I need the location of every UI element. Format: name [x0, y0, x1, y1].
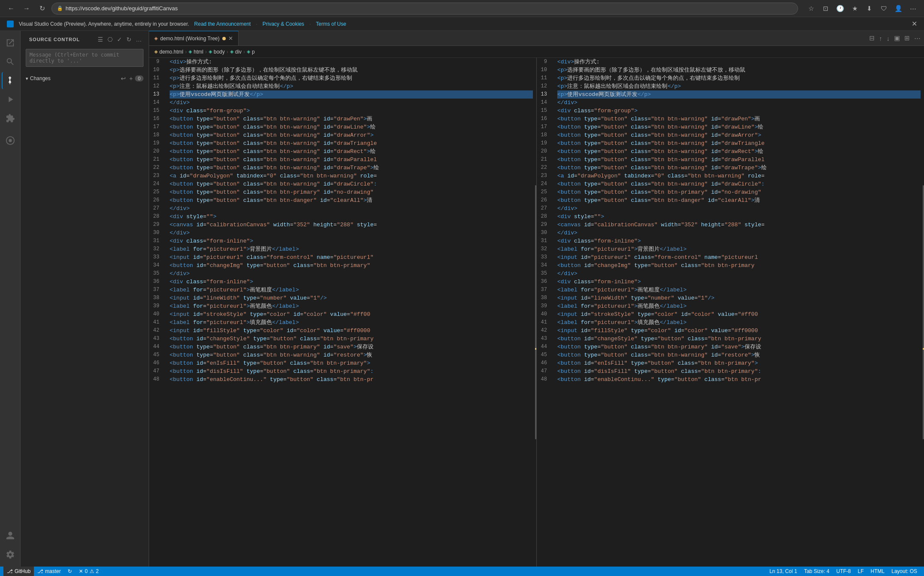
- code-area-left[interactable]: 9 10 11 12 13 14 15 16 17 18 19: [149, 58, 536, 567]
- notification-close-button[interactable]: ✕: [912, 20, 917, 28]
- reload-button[interactable]: ↻: [36, 3, 48, 15]
- breadcrumb-div-icon: ◈: [230, 49, 233, 54]
- more-options-icon[interactable]: ⋯: [907, 3, 919, 15]
- breadcrumb-sep-2: ›: [205, 49, 207, 55]
- vscode-container: SOURCE CONTROL ☰ ⎔ ✓ ↻ … ▾ Changes ↩: [0, 31, 924, 576]
- right-scrollbar[interactable]: [921, 58, 924, 567]
- activity-account[interactable]: [2, 527, 19, 544]
- code-area-right[interactable]: 9 10 11 12 13 14 15 16 17 18 19: [537, 58, 924, 567]
- rcode-line-22: <button type="button" class="btn btn-war…: [557, 164, 921, 172]
- split-pane-button[interactable]: ⊞: [903, 33, 912, 43]
- breadcrumb-item-p[interactable]: ◈ p: [247, 49, 255, 55]
- back-button[interactable]: ←: [5, 3, 17, 15]
- sidebar-refresh-button[interactable]: ↻: [125, 35, 133, 44]
- rln-16: 16: [537, 115, 550, 123]
- ln-41: 41: [149, 318, 163, 327]
- go-back-button[interactable]: ↑: [877, 34, 884, 43]
- go-forward-button[interactable]: ↓: [885, 34, 892, 43]
- status-layout[interactable]: Layout: OS: [888, 567, 921, 576]
- rcode-line-41: <label for="pictureurl">填充颜色</label>: [557, 318, 921, 327]
- code-line-11: <p>进行多边形绘制时，多次点击以确定每个角的点，右键结束多边形绘制: [170, 74, 533, 82]
- status-errors[interactable]: ✕ 0 ⚠ 2: [75, 567, 102, 576]
- activity-run[interactable]: [2, 91, 19, 108]
- rln-32: 32: [537, 245, 550, 253]
- activity-explorer[interactable]: [2, 34, 19, 51]
- read-announcement-link[interactable]: Read the Announcement: [194, 21, 251, 27]
- breadcrumb-item-html[interactable]: ◈ html: [188, 49, 203, 55]
- split-editor-button[interactable]: ⊟: [867, 33, 876, 43]
- profile-icon[interactable]: 👤: [892, 3, 904, 15]
- rcode-line-29: <canvas id="calibrationCanvas" width="35…: [557, 221, 921, 229]
- sidebar: SOURCE CONTROL ☰ ⎔ ✓ ↻ … ▾ Changes ↩: [21, 31, 149, 567]
- code-line-42: <input id="fillStyle" type="color" id="c…: [170, 327, 533, 335]
- changes-header[interactable]: ▾ Changes ↩ + 0: [21, 72, 149, 84]
- status-line-ending[interactable]: LF: [854, 567, 867, 576]
- rcode-line-44: <button type="button" class="btn btn-pri…: [557, 343, 921, 351]
- left-scrollbar[interactable]: [533, 58, 536, 567]
- sidebar-commit-button[interactable]: ✓: [115, 35, 124, 44]
- activity-remote[interactable]: [2, 132, 19, 149]
- downloads-icon[interactable]: ⬇: [863, 3, 875, 15]
- status-encoding[interactable]: UTF-8: [833, 567, 854, 576]
- sidebar-menu-button[interactable]: ☰: [96, 35, 105, 44]
- activity-extensions[interactable]: [2, 110, 19, 127]
- branch-icon: ⎇: [37, 568, 43, 574]
- rln-41: 41: [537, 318, 550, 327]
- rln-27: 27: [537, 204, 550, 213]
- rln-10: 10: [537, 66, 550, 74]
- breadcrumb-item-file[interactable]: ◈ demo.html: [154, 49, 183, 55]
- code-line-25: <button type="button" class="btn btn-pri…: [170, 188, 533, 196]
- rcode-line-19: <button type="button" class="btn btn-war…: [557, 139, 921, 147]
- ln-42: 42: [149, 327, 163, 335]
- reading-mode-icon[interactable]: ⊡: [819, 3, 831, 15]
- rcode-line-42: <input id="fillStyle" type="color" id="c…: [557, 327, 921, 335]
- code-line-18: <button type="button" class="btn btn-war…: [170, 131, 533, 139]
- breadcrumb-item-body[interactable]: ◈ body: [209, 49, 225, 55]
- tab-close-button[interactable]: ✕: [228, 36, 233, 41]
- warning-count: 2: [96, 568, 99, 574]
- sidebar-branch-button[interactable]: ⎔: [106, 35, 114, 44]
- activity-search[interactable]: [2, 53, 19, 70]
- favorites-icon[interactable]: ★: [849, 3, 861, 15]
- status-sync[interactable]: ↻: [64, 567, 75, 576]
- history-icon[interactable]: 🕐: [834, 3, 846, 15]
- forward-button[interactable]: →: [21, 3, 33, 15]
- rln-47: 47: [537, 367, 550, 375]
- activity-source-control[interactable]: [2, 72, 19, 89]
- code-lines-right: 9 10 11 12 13 14 15 16 17 18 19: [537, 58, 924, 567]
- more-actions-button[interactable]: ⋯: [912, 33, 922, 43]
- status-github[interactable]: ⎇ GitHub: [3, 567, 34, 576]
- discard-changes-button[interactable]: ↩: [120, 75, 127, 82]
- status-ln-col[interactable]: Ln 13, Col 1: [766, 567, 801, 576]
- activity-settings[interactable]: [2, 546, 19, 563]
- activity-bar: [0, 31, 21, 567]
- code-line-30: </div>: [170, 229, 533, 237]
- ln-11: 11: [149, 74, 163, 82]
- shield-icon[interactable]: 🛡: [878, 3, 890, 15]
- commit-message-input[interactable]: [26, 49, 144, 67]
- status-language[interactable]: HTML: [867, 567, 888, 576]
- code-content-right: <div>操作方式: <p>选择要画的图形（除了多边形），在绘制区域按住鼠标左键…: [554, 58, 921, 567]
- address-bar[interactable]: 🔒 https://vscode.dev/github/eguid/graffi…: [51, 3, 798, 15]
- toggle-minimap-button[interactable]: ▣: [892, 33, 902, 43]
- bookmark-star-icon[interactable]: ☆: [805, 3, 817, 15]
- tab-demo-html[interactable]: ◈ demo.html (Working Tree) ✕: [149, 31, 239, 46]
- rcode-line-39: <label for="pictureurl">画笔颜色</label>: [557, 302, 921, 310]
- rln-31: 31: [537, 237, 550, 245]
- error-count: 0: [85, 568, 88, 574]
- branch-name: master: [45, 568, 61, 574]
- ln-47: 47: [149, 367, 163, 375]
- breadcrumb-item-div[interactable]: ◈ div: [230, 49, 242, 55]
- sidebar-more-button[interactable]: …: [134, 35, 144, 44]
- status-branch[interactable]: ⎇ master: [34, 567, 64, 576]
- stage-changes-button[interactable]: +: [128, 75, 134, 82]
- language-text: HTML: [870, 568, 885, 574]
- terms-of-use-link[interactable]: Terms of Use: [316, 21, 346, 27]
- privacy-cookies-link[interactable]: Privacy & Cookies: [263, 21, 304, 27]
- ln-33: 33: [149, 253, 163, 261]
- rln-20: 20: [537, 147, 550, 156]
- status-tab-size[interactable]: Tab Size: 4: [801, 567, 833, 576]
- code-line-14: </div>: [170, 99, 533, 107]
- rln-24: 24: [537, 180, 550, 188]
- breadcrumb-file: demo.html: [159, 49, 183, 55]
